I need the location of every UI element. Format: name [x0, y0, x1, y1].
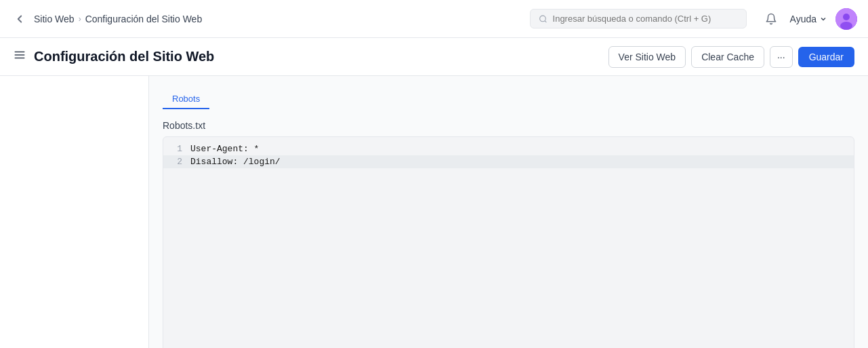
page-header: Configuración del Sitio Web Ver Sitio We… [0, 38, 868, 76]
help-chevron-icon [819, 15, 827, 23]
line-number-1: 1 [163, 144, 190, 154]
tab-robots-label: Robots [163, 90, 209, 109]
notification-button[interactable] [760, 8, 782, 30]
avatar-image [835, 8, 857, 30]
search-icon [539, 14, 547, 24]
code-line-2: 2 Disallow: /login/ [163, 155, 854, 168]
help-label: Ayuda [790, 14, 817, 24]
robots-section-label: Robots.txt [163, 120, 854, 131]
search-bar[interactable] [530, 9, 747, 28]
svg-point-0 [539, 16, 545, 22]
breadcrumb-root[interactable]: Sitio Web [34, 14, 75, 24]
avatar[interactable] [835, 8, 857, 30]
back-button[interactable] [11, 10, 28, 28]
help-button[interactable]: Ayuda [790, 14, 827, 24]
clear-cache-button[interactable]: Clear Cache [691, 46, 764, 68]
code-editor-empty-space [163, 174, 854, 348]
tab-robots[interactable]: Robots [163, 90, 209, 109]
svg-point-4 [840, 22, 852, 30]
menu-icon[interactable] [14, 49, 26, 64]
code-editor[interactable]: 1 User-Agent: * 2 Disallow: /login/ [163, 136, 854, 348]
breadcrumb: Sitio Web › Configuración del Sitio Web [34, 14, 202, 24]
line-content-1: User-Agent: * [190, 144, 259, 154]
search-input[interactable] [553, 14, 738, 24]
code-line-1: 1 User-Agent: * [163, 142, 854, 155]
code-lines: 1 User-Agent: * 2 Disallow: /login/ [163, 137, 854, 174]
sidebar [0, 76, 149, 348]
line-number-2: 2 [163, 157, 190, 167]
ver-sitio-button[interactable]: Ver Sitio Web [608, 46, 686, 68]
page-title: Configuración del Sitio Web [34, 49, 214, 64]
main-layout: Robots Robots.txt 1 User-Agent: * 2 Disa… [0, 76, 868, 348]
svg-point-3 [843, 14, 850, 20]
line-content-2: Disallow: /login/ [190, 157, 281, 167]
guardar-button[interactable]: Guardar [798, 47, 854, 67]
topbar: Sitio Web › Configuración del Sitio Web … [0, 0, 868, 38]
page-actions: Ver Sitio Web Clear Cache ··· Guardar [608, 46, 854, 68]
content-area: Robots Robots.txt 1 User-Agent: * 2 Disa… [149, 76, 868, 348]
more-options-button[interactable]: ··· [770, 46, 793, 68]
topbar-right: Ayuda [760, 8, 857, 30]
svg-line-1 [545, 20, 546, 22]
breadcrumb-current: Configuración del Sitio Web [85, 14, 203, 24]
breadcrumb-separator-1: › [79, 14, 81, 24]
